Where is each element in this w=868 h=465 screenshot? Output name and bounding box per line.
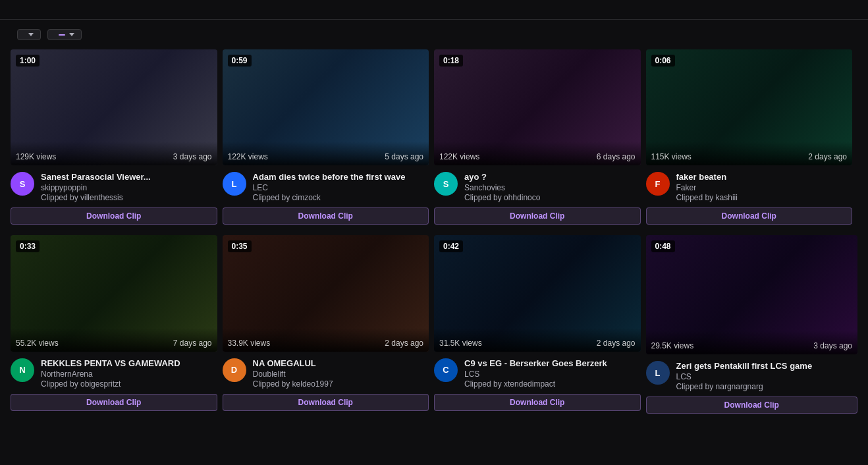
duration-badge: 0:35 (228, 240, 252, 252)
clip-thumbnail: 0:18 122K views 6 days ago (434, 49, 641, 165)
clip-card[interactable]: 0:06 115K views 2 days ago F faker beate… (646, 49, 853, 235)
clip-age: 2 days ago (808, 152, 847, 161)
clip-card[interactable]: 0:33 55.2K views 7 days ago N REKKLES PE… (11, 235, 217, 424)
download-clip-button[interactable]: Download Clip (223, 394, 429, 411)
clip-thumbnail: 0:06 115K views 2 days ago (646, 49, 853, 165)
duration-badge: 0:48 (651, 240, 675, 252)
clip-clipper: Clipped by villenthessis (41, 193, 217, 202)
clip-title: C9 vs EG - Berserker Goes Berzerk (464, 358, 641, 368)
avatar: N (11, 358, 34, 382)
clip-meta: S Sanest Parasocial Viewer... skippypopp… (11, 172, 217, 202)
clip-info: Zeri gets Pentakill first LCS game LCS C… (676, 361, 858, 391)
clip-meta: C C9 vs EG - Berserker Goes Berzerk LCS … (434, 358, 641, 389)
view-count: 55.2K views (16, 339, 59, 348)
clip-meta: L Zeri gets Pentakill first LCS game LCS… (646, 361, 858, 391)
stats-bar: 115K views 2 days ago (646, 142, 853, 165)
view-count: 122K views (439, 152, 479, 161)
clip-title: Sanest Parasocial Viewer... (41, 172, 217, 182)
clip-title: faker beaten (676, 172, 853, 182)
avatar: S (434, 172, 458, 196)
clip-grid: 1:00 129K views 3 days ago S Sanest Para… (0, 49, 868, 424)
avatar: F (646, 172, 670, 196)
chevron-down-icon (69, 33, 74, 36)
view-count: 31.5K views (439, 339, 482, 348)
period-badge (59, 34, 65, 36)
view-count: 115K views (651, 152, 692, 161)
clip-age: 7 days ago (173, 339, 212, 348)
top-filter-btn[interactable] (47, 29, 82, 40)
clip-meta: S ayo ? Sanchovies Clipped by ohhdinoco (434, 172, 641, 202)
duration-badge: 0:59 (228, 55, 252, 67)
clip-card[interactable]: 0:59 122K views 5 days ago L Adam dies t… (223, 49, 429, 235)
clip-meta: D NA OMEGALUL Doublelift Clipped by keld… (223, 358, 429, 389)
clip-clipper: Clipped by kashiii (676, 193, 853, 202)
avatar: L (223, 172, 246, 196)
clip-card[interactable]: 0:18 122K views 6 days ago S ayo ? Sanch… (434, 49, 641, 235)
clip-meta: F faker beaten Faker Clipped by kashiii (646, 172, 853, 202)
clip-clipper: Clipped by keldeo1997 (253, 379, 429, 389)
avatar: L (646, 361, 670, 385)
download-clip-button[interactable]: Download Clip (646, 397, 858, 414)
clip-thumbnail: 0:35 33.9K views 2 days ago (223, 235, 429, 351)
clip-title: REKKLES PENTA VS GAMEWARD (41, 358, 217, 368)
clip-age: 2 days ago (385, 339, 423, 348)
download-clip-button[interactable]: Download Clip (11, 207, 217, 225)
download-clip-button[interactable]: Download Clip (11, 394, 217, 411)
clip-clipper: Clipped by cimzock (253, 193, 429, 202)
clip-info: faker beaten Faker Clipped by kashiii (676, 172, 853, 202)
clip-clipper: Clipped by obigespritzt (41, 379, 217, 389)
duration-badge: 0:18 (439, 55, 463, 67)
clip-info: NA OMEGALUL Doublelift Clipped by keldeo… (253, 358, 429, 389)
view-count: 33.9K views (228, 339, 271, 348)
view-count: 129K views (16, 152, 56, 161)
duration-badge: 1:00 (16, 55, 40, 67)
clip-card[interactable]: 0:42 31.5K views 2 days ago C C9 vs EG -… (434, 235, 641, 424)
clip-thumbnail: 0:33 55.2K views 7 days ago (11, 235, 217, 351)
clip-thumbnail: 0:42 31.5K views 2 days ago (434, 235, 641, 351)
clip-card[interactable]: 1:00 129K views 3 days ago S Sanest Para… (11, 49, 217, 235)
stats-bar: 122K views 6 days ago (434, 142, 641, 165)
clip-info: Adam dies twice before the first wave LE… (253, 172, 429, 202)
clip-thumbnail: 1:00 129K views 3 days ago (11, 49, 217, 165)
stats-bar: 33.9K views 2 days ago (223, 328, 429, 352)
clip-card[interactable]: 0:48 29.5K views 3 days ago L Zeri gets … (646, 235, 858, 424)
language-filter-btn[interactable] (17, 29, 41, 40)
clip-channel: NorthernArena (41, 369, 217, 379)
clip-title: NA OMEGALUL (253, 358, 429, 368)
clip-age: 6 days ago (597, 152, 636, 161)
clip-info: C9 vs EG - Berserker Goes Berzerk LCS Cl… (464, 358, 641, 389)
clip-title: Zeri gets Pentakill first LCS game (676, 361, 858, 371)
clip-title: Adam dies twice before the first wave (253, 172, 429, 182)
avatar: D (223, 358, 246, 382)
clip-age: 3 days ago (173, 152, 212, 161)
clip-age: 5 days ago (385, 152, 423, 161)
clip-title: ayo ? (464, 172, 641, 182)
duration-badge: 0:33 (16, 240, 40, 252)
download-clip-button[interactable]: Download Clip (434, 207, 641, 225)
stats-bar: 129K views 3 days ago (11, 142, 217, 165)
view-count: 122K views (228, 152, 268, 161)
stats-bar: 55.2K views 7 days ago (11, 328, 217, 352)
download-clip-button[interactable]: Download Clip (223, 207, 429, 225)
clip-thumbnail: 0:48 29.5K views 3 days ago (646, 235, 858, 354)
clip-channel: skippypoppin (41, 183, 217, 192)
clip-clipper: Clipped by nargnargnarg (676, 382, 858, 391)
clip-meta: L Adam dies twice before the first wave … (223, 172, 429, 202)
clip-info: ayo ? Sanchovies Clipped by ohhdinoco (464, 172, 641, 202)
clip-channel: Faker (676, 183, 853, 192)
download-clip-button[interactable]: Download Clip (646, 207, 853, 225)
avatar: C (434, 358, 458, 382)
clip-channel: LCS (676, 372, 858, 381)
top-nav (0, 0, 868, 20)
clip-clipper: Clipped by ohhdinoco (464, 193, 641, 202)
clip-channel: LEC (253, 183, 429, 192)
clip-clipper: Clipped by xtendedimpact (464, 379, 641, 389)
duration-badge: 0:06 (651, 55, 675, 67)
clip-age: 3 days ago (813, 341, 852, 350)
download-clip-button[interactable]: Download Clip (434, 394, 641, 411)
filter-bar (0, 20, 868, 49)
clip-card[interactable]: 0:35 33.9K views 2 days ago D NA OMEGALU… (223, 235, 429, 424)
view-count: 29.5K views (651, 341, 694, 350)
clip-info: REKKLES PENTA VS GAMEWARD NorthernArena … (41, 358, 217, 389)
clip-meta: N REKKLES PENTA VS GAMEWARD NorthernAren… (11, 358, 217, 389)
